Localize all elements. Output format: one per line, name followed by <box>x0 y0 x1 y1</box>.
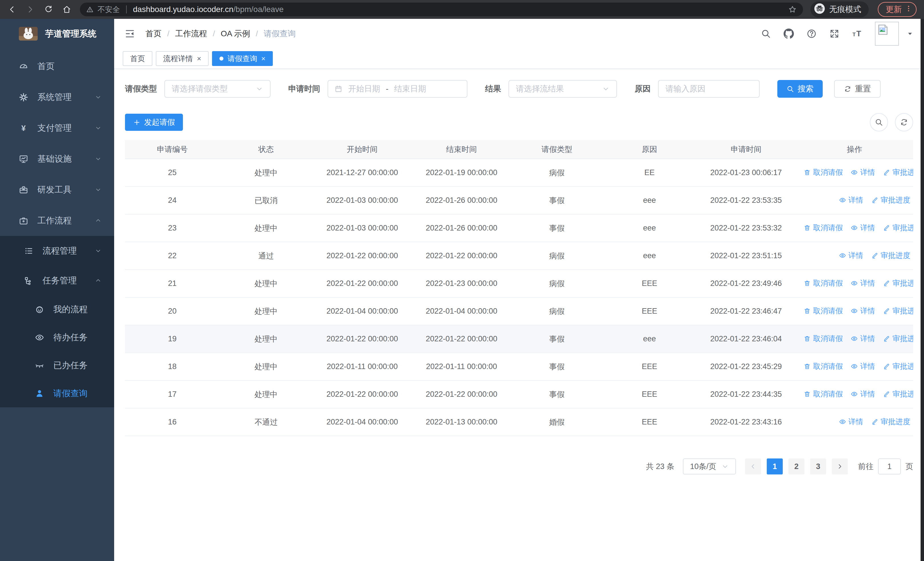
help-icon[interactable] <box>806 29 817 39</box>
detail-link[interactable]: 详情 <box>850 278 875 288</box>
breadcrumb-item-oa-example[interactable]: OA 示例 <box>221 28 250 39</box>
cell-actions: 取消请假详情审批进度 <box>796 353 913 381</box>
breadcrumb-item-workflow[interactable]: 工作流程 <box>175 28 207 39</box>
sidebar-item-payment-management[interactable]: ¥支付管理 <box>0 113 114 143</box>
detail-link[interactable]: 详情 <box>839 251 863 260</box>
approval-progress-link[interactable]: 审批进度 <box>871 251 910 260</box>
detail-link[interactable]: 详情 <box>839 417 863 427</box>
approval-progress-link[interactable]: 审批进度 <box>883 334 913 344</box>
sidebar-item-home[interactable]: 首页 <box>0 51 114 82</box>
cell-type: 事假 <box>511 325 602 353</box>
browser-forward-icon[interactable] <box>26 5 35 14</box>
cancel-leave-link[interactable]: 取消请假 <box>804 223 843 233</box>
browser-update-button[interactable]: 更新 <box>878 2 916 17</box>
table-row: 20处理中2022-01-04 00:00:002022-01-04 00:00… <box>125 297 913 325</box>
create-leave-button[interactable]: 发起请假 <box>125 114 183 131</box>
sidebar-collapse-icon[interactable] <box>124 28 135 39</box>
detail-link[interactable]: 详情 <box>850 361 875 371</box>
pagination-prev-button[interactable] <box>745 459 761 474</box>
sidebar-item-label: 请假查询 <box>53 388 88 399</box>
reason-input[interactable] <box>658 80 760 98</box>
browser-reload-icon[interactable] <box>44 5 53 14</box>
font-size-icon[interactable]: TT <box>852 29 862 39</box>
browser-scrollbar[interactable] <box>921 19 924 561</box>
sidebar-item-workflow[interactable]: 工作流程 <box>0 205 114 236</box>
approval-progress-link[interactable]: 审批进度 <box>883 361 913 371</box>
refresh-table-button[interactable] <box>895 113 913 131</box>
monitor-icon <box>19 154 28 164</box>
approval-progress-link[interactable]: 审批进度 <box>871 417 910 427</box>
sidebar-item-process-management[interactable]: 流程管理 <box>0 236 114 266</box>
pagination-page-1[interactable]: 1 <box>767 459 783 474</box>
detail-link[interactable]: 详情 <box>850 334 875 344</box>
app-logo-row[interactable]: 芋道管理系统 <box>0 19 114 48</box>
approval-progress-link[interactable]: 审批进度 <box>883 223 913 233</box>
cancel-leave-link[interactable]: 取消请假 <box>804 361 843 371</box>
github-icon[interactable] <box>784 29 794 39</box>
pagination-next-button[interactable] <box>832 459 848 474</box>
cancel-leave-link[interactable]: 取消请假 <box>804 389 843 399</box>
detail-link[interactable]: 详情 <box>850 389 875 399</box>
sidebar-item-done-tasks[interactable]: 已办任务 <box>0 351 114 379</box>
sidebar-item-system-management[interactable]: 系统管理 <box>0 82 114 113</box>
detail-link[interactable]: 详情 <box>850 223 875 233</box>
cell-end: 2022-01-26 00:00:00 <box>412 214 511 242</box>
sidebar-item-my-processes[interactable]: 我的流程 <box>0 295 114 323</box>
cancel-leave-link[interactable]: 取消请假 <box>804 334 843 344</box>
sidebar-item-dev-tools[interactable]: 研发工具 <box>0 174 114 205</box>
url-divider <box>126 5 127 14</box>
breadcrumb-item-home[interactable]: 首页 <box>146 28 162 39</box>
detail-link[interactable]: 详情 <box>850 306 875 316</box>
approval-progress-link[interactable]: 审批进度 <box>883 278 913 288</box>
security-warning-icon[interactable] <box>86 6 94 13</box>
sidebar-item-leave-query[interactable]: 请假查询 <box>0 379 114 407</box>
detail-link[interactable]: 详情 <box>839 195 863 205</box>
reset-button[interactable]: 重置 <box>834 80 880 98</box>
fullscreen-icon[interactable] <box>829 29 840 39</box>
pagination-page-3[interactable]: 3 <box>810 459 826 474</box>
tab-home[interactable]: 首页 <box>123 51 152 66</box>
approval-progress-link[interactable]: 审批进度 <box>883 167 913 177</box>
header-search-icon[interactable] <box>761 29 771 39</box>
sidebar-item-task-management[interactable]: 任务管理 <box>0 266 114 295</box>
cell-id: 25 <box>125 159 219 186</box>
tab-process-detail[interactable]: 流程详情× <box>156 51 208 66</box>
user-menu-caret-icon[interactable] <box>906 30 914 38</box>
page-size-select[interactable]: 10条/页 <box>683 459 736 474</box>
close-icon[interactable]: × <box>197 55 201 62</box>
approval-progress-link[interactable]: 审批进度 <box>883 306 913 316</box>
header-actions: TT <box>761 22 914 46</box>
browser-home-icon[interactable] <box>62 5 71 14</box>
cancel-leave-link[interactable]: 取消请假 <box>804 306 843 316</box>
cell-reason: EE <box>603 159 697 186</box>
eye-icon <box>850 169 858 176</box>
close-icon[interactable]: × <box>261 55 266 62</box>
sidebar-item-infrastructure[interactable]: 基础设施 <box>0 143 114 174</box>
goto-page-input[interactable] <box>878 459 901 474</box>
tab-leave-query[interactable]: 请假查询× <box>212 51 273 66</box>
avatar[interactable] <box>875 22 899 46</box>
leave-type-select[interactable]: 请选择请假类型 <box>164 80 270 98</box>
pagination-page-2[interactable]: 2 <box>789 459 804 474</box>
cell-end: 2022-01-22 00:00:00 <box>412 381 511 408</box>
cancel-leave-link[interactable]: 取消请假 <box>804 278 843 288</box>
action-label: 取消请假 <box>813 361 843 371</box>
address-bar[interactable]: 不安全 dashboard.yudao.iocoder.cn/bpm/oa/le… <box>80 3 803 16</box>
browser-menu-icon[interactable] <box>904 5 913 15</box>
apply-time-range-input[interactable]: 开始日期 - 结束日期 <box>328 80 467 98</box>
detail-link[interactable]: 详情 <box>850 167 875 177</box>
browser-back-icon[interactable] <box>8 5 16 14</box>
edit-icon <box>871 418 878 425</box>
sidebar-item-todo-tasks[interactable]: 待办任务 <box>0 323 114 351</box>
svg-text:¥: ¥ <box>21 124 26 132</box>
cancel-leave-link[interactable]: 取消请假 <box>804 167 843 177</box>
search-button[interactable]: 搜索 <box>777 80 823 98</box>
approval-progress-link[interactable]: 审批进度 <box>871 195 910 205</box>
cell-reason: eee <box>603 214 697 242</box>
approval-progress-link[interactable]: 审批进度 <box>883 389 913 399</box>
toggle-search-button[interactable] <box>870 113 888 131</box>
bookmark-star-icon[interactable] <box>788 5 797 14</box>
cell-actions: 详情审批进度 <box>796 186 913 214</box>
cell-actions: 详情审批进度 <box>796 242 913 270</box>
result-select[interactable]: 请选择流结果 <box>508 80 617 98</box>
